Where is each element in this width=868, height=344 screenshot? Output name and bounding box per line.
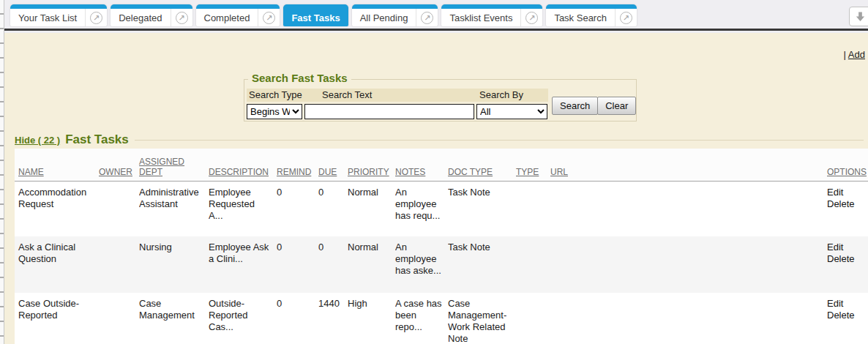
search-type-label: Search Type xyxy=(249,89,302,100)
cell-priority: Normal xyxy=(348,181,395,236)
cell-name: Case Outside-Reported xyxy=(15,293,99,344)
cell-owner xyxy=(99,236,139,293)
sort-owner[interactable]: OWNER xyxy=(99,167,132,177)
cell-notes: An employee has aske... xyxy=(395,236,448,293)
tab-label: Task Search xyxy=(546,9,615,26)
cell-name: Accommodation Request xyxy=(15,181,99,236)
tab-popout-button[interactable]: ↗ xyxy=(258,9,280,26)
tab-bar: Your Task List ↗ Delegated ↗ Completed ↗… xyxy=(4,0,868,31)
cell-priority: Normal xyxy=(348,236,395,293)
search-by-label: Search By xyxy=(479,89,523,100)
edit-link[interactable]: Edit xyxy=(827,187,862,198)
tab-label: All Pending xyxy=(352,9,416,26)
table-row: Accommodation Request Administrative Ass… xyxy=(15,181,868,236)
sort-due[interactable]: DUE xyxy=(318,167,337,177)
cell-owner xyxy=(99,293,139,344)
delete-link[interactable]: Delete xyxy=(827,198,862,210)
external-link-icon: ↗ xyxy=(421,12,433,24)
sort-description[interactable]: DESCRIPTION xyxy=(209,167,269,177)
tab-task-search[interactable]: Task Search ↗ xyxy=(546,4,637,26)
panel-splitter[interactable] xyxy=(0,0,4,344)
sort-remind[interactable]: REMIND xyxy=(277,167,311,177)
cell-remind: 0 xyxy=(277,236,318,293)
search-labels-strip: Search Type Search Text Search By xyxy=(247,89,548,102)
sort-notes[interactable]: NOTES xyxy=(395,167,425,177)
cell-notes: A case has been repo... xyxy=(395,293,448,344)
search-by-select[interactable]: All xyxy=(476,104,547,119)
tab-strip: Your Task List ↗ Delegated ↗ Completed ↗… xyxy=(4,0,868,26)
cell-type xyxy=(516,236,550,293)
tab-label: Delegated xyxy=(111,9,170,26)
cell-assigned-dept: Case Management xyxy=(139,293,209,344)
tab-delegated[interactable]: Delegated ↗ xyxy=(111,4,192,26)
cell-url xyxy=(550,293,827,344)
fast-tasks-table-container: NAME OWNER ASSIGNED DEPT DESCRIPTION REM… xyxy=(15,149,868,344)
tab-label: Completed xyxy=(196,9,258,26)
tab-label: Fast Tasks xyxy=(283,9,348,26)
tab-all-pending[interactable]: All Pending ↗ xyxy=(352,4,438,26)
sort-url[interactable]: URL xyxy=(550,167,568,177)
delete-link[interactable]: Delete xyxy=(827,253,862,265)
cell-description: Employee Requested A... xyxy=(209,181,277,236)
search-text-label: Search Text xyxy=(322,89,372,100)
table-row: Ask a Clinical Question Nursing Employee… xyxy=(15,236,868,293)
tab-tasklist-events[interactable]: Tasklist Events ↗ xyxy=(441,4,542,26)
sort-name[interactable]: NAME xyxy=(18,167,44,177)
external-link-icon: ↗ xyxy=(620,12,632,24)
external-link-icon: ↗ xyxy=(263,12,275,24)
tab-completed[interactable]: Completed ↗ xyxy=(196,4,280,26)
fast-tasks-panel: | Add Search Fast Tasks Search Type Sear… xyxy=(4,33,868,344)
tab-label: Your Task List xyxy=(10,9,85,26)
tab-popout-button[interactable]: ↗ xyxy=(615,9,637,26)
cell-remind: 0 xyxy=(277,181,318,236)
tab-scroll-down-button[interactable] xyxy=(849,7,868,26)
cell-url xyxy=(550,181,827,236)
cell-due: 1440 xyxy=(318,293,348,344)
tab-fast-tasks[interactable]: Fast Tasks xyxy=(283,4,348,26)
cell-options: Edit Delete xyxy=(827,181,868,236)
external-link-icon: ↗ xyxy=(176,12,188,24)
delete-link[interactable]: Delete xyxy=(827,310,862,321)
sort-priority[interactable]: PRIORITY xyxy=(348,167,389,177)
cell-doc-type: Task Note xyxy=(448,236,516,293)
fast-tasks-heading: Hide ( 22 ) Fast Tasks xyxy=(15,132,864,147)
edit-link[interactable]: Edit xyxy=(827,298,862,310)
sort-doc-type[interactable]: DOC TYPE xyxy=(448,167,493,177)
tab-popout-button[interactable]: ↗ xyxy=(85,9,107,26)
cell-assigned-dept: Administrative Assistant xyxy=(139,181,209,236)
search-box-title: Search Fast Tasks xyxy=(248,72,351,84)
cell-assigned-dept: Nursing xyxy=(139,236,209,293)
hide-count-link[interactable]: Hide ( 22 ) xyxy=(15,135,60,146)
cell-due: 0 xyxy=(318,181,348,236)
list-title: Fast Tasks xyxy=(65,132,129,147)
clear-button[interactable]: Clear xyxy=(597,97,636,115)
table-row: Case Outside-Reported Case Management Ou… xyxy=(15,293,868,344)
cell-notes: An employee has requ... xyxy=(395,181,448,236)
tab-popout-button[interactable]: ↗ xyxy=(171,9,192,26)
cell-remind: 0 xyxy=(277,293,318,344)
cell-name: Ask a Clinical Question xyxy=(15,236,99,293)
search-text-input[interactable] xyxy=(304,104,474,119)
fast-tasks-table: NAME OWNER ASSIGNED DEPT DESCRIPTION REM… xyxy=(15,149,868,344)
sort-assigned-dept[interactable]: ASSIGNED DEPT xyxy=(139,157,184,177)
tab-popout-button[interactable]: ↗ xyxy=(520,9,542,26)
cell-due: 0 xyxy=(318,236,348,293)
add-toolbar: | Add xyxy=(844,49,865,60)
table-header-row: NAME OWNER ASSIGNED DEPT DESCRIPTION REM… xyxy=(15,149,868,181)
cell-doc-type: Task Note xyxy=(448,181,516,236)
search-button[interactable]: Search xyxy=(552,97,598,115)
sort-options[interactable]: OPTIONS xyxy=(827,167,867,177)
edit-link[interactable]: Edit xyxy=(827,242,862,253)
tab-your-task-list[interactable]: Your Task List ↗ xyxy=(10,4,107,26)
cell-doc-type: Case Management-Work Related Note xyxy=(448,293,516,344)
cell-type xyxy=(516,293,550,344)
down-arrow-icon xyxy=(855,11,866,22)
tab-popout-button[interactable]: ↗ xyxy=(416,9,438,26)
heading-rule xyxy=(135,140,864,141)
add-link[interactable]: Add xyxy=(848,49,865,60)
search-fast-tasks-box: Search Fast Tasks Search Type Search Tex… xyxy=(244,79,637,121)
sort-type[interactable]: TYPE xyxy=(516,167,539,177)
search-type-select[interactable]: Begins With xyxy=(247,104,302,119)
cell-options: Edit Delete xyxy=(827,236,868,293)
cell-owner xyxy=(99,181,139,236)
